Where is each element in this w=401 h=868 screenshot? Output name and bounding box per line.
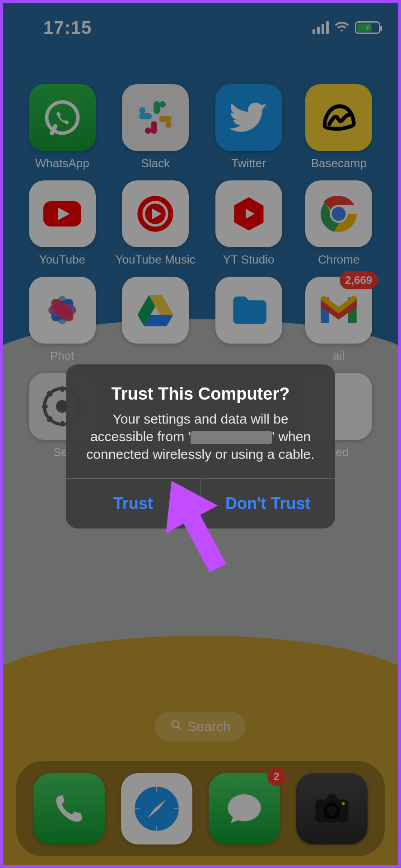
dont-trust-button[interactable]: Don't Trust xyxy=(200,479,336,528)
dialog-title: Trust This Computer? xyxy=(79,384,322,404)
dialog-body: Your settings and data will be accessibl… xyxy=(79,410,322,463)
home-screen: 17:15 ⚡︎ WhatsApp xyxy=(0,0,401,868)
trust-button[interactable]: Trust xyxy=(66,479,200,528)
redacted-computer-name xyxy=(191,431,272,444)
trust-computer-dialog: Trust This Computer? Your settings and d… xyxy=(66,364,335,528)
